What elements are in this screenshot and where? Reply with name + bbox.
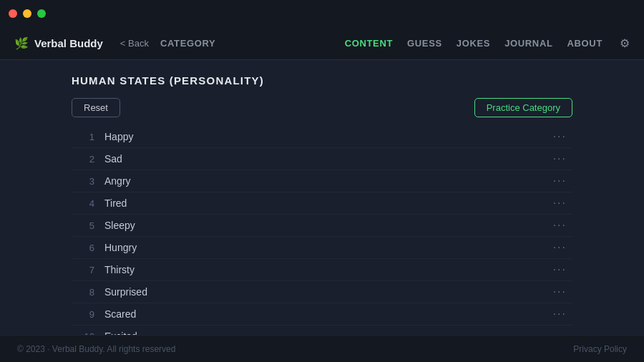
word-row: 5 Sleepy ···: [72, 215, 572, 237]
word-number: 8: [74, 287, 94, 298]
word-row: 2 Sad ···: [72, 148, 572, 170]
word-number: 3: [74, 176, 94, 187]
word-menu-button[interactable]: ···: [550, 263, 570, 276]
maximize-button[interactable]: [37, 9, 46, 18]
word-menu-button[interactable]: ···: [550, 219, 570, 232]
word-row: 6 Hungry ···: [72, 237, 572, 259]
titlebar: [0, 0, 644, 27]
word-text: Sad: [104, 153, 550, 165]
word-menu-button[interactable]: ···: [550, 285, 570, 298]
nav-about[interactable]: ABOUT: [567, 38, 602, 49]
close-button[interactable]: [9, 9, 17, 18]
word-menu-button[interactable]: ···: [550, 241, 570, 254]
word-row: 9 Scared ···: [72, 303, 572, 326]
word-number: 4: [74, 198, 94, 209]
word-text: Thirsty: [104, 264, 550, 275]
word-menu-button[interactable]: ···: [550, 130, 570, 143]
brand-name: Verbal Buddy: [34, 37, 103, 49]
settings-icon[interactable]: ⚙: [620, 36, 630, 50]
reset-button[interactable]: Reset: [72, 98, 120, 117]
privacy-link[interactable]: Privacy Policy: [573, 344, 627, 354]
word-menu-button[interactable]: ···: [550, 175, 570, 187]
word-number: 5: [74, 220, 94, 231]
page-title: HUMAN STATES (PERSONALITY): [72, 74, 572, 87]
word-row: 8 Surprised ···: [72, 281, 572, 303]
content-area: HUMAN STATES (PERSONALITY) Reset Practic…: [0, 60, 644, 362]
word-text: Sleepy: [104, 220, 550, 231]
nav-content[interactable]: CONTENT: [345, 38, 393, 49]
navbar: 🌿 Verbal Buddy < Back CATEGORY CONTENT G…: [0, 27, 644, 60]
word-menu-button[interactable]: ···: [550, 308, 570, 321]
minimize-button[interactable]: [23, 9, 31, 18]
word-row: 3 Angry ···: [72, 170, 572, 192]
category-label: CATEGORY: [160, 38, 215, 49]
word-text: Scared: [104, 308, 550, 320]
brand-icon: 🌿: [14, 36, 29, 50]
word-row: 4 Tired ···: [72, 192, 572, 215]
back-button[interactable]: < Back: [120, 38, 149, 49]
word-row: 7 Thirsty ···: [72, 259, 572, 281]
nav-journal[interactable]: JOURNAL: [504, 38, 552, 49]
nav-jokes[interactable]: JOKES: [457, 38, 490, 49]
word-menu-button[interactable]: ···: [550, 197, 570, 210]
word-number: 9: [74, 309, 94, 320]
word-text: Surprised: [104, 286, 550, 298]
nav-guess[interactable]: GUESS: [407, 38, 442, 49]
word-list: 1 Happy ··· 2 Sad ··· 3 Angry ··· 4 Tire…: [72, 126, 572, 362]
word-menu-button[interactable]: ···: [550, 152, 570, 165]
word-number: 7: [74, 265, 94, 275]
word-text: Happy: [104, 131, 550, 142]
word-row: 1 Happy ···: [72, 126, 572, 148]
brand: 🌿 Verbal Buddy: [14, 36, 103, 50]
word-text: Tired: [104, 197, 550, 209]
word-text: Angry: [104, 175, 550, 187]
word-text: Hungry: [104, 242, 550, 253]
word-number: 1: [74, 132, 94, 142]
footer: © 2023 · Verbal Buddy. All rights reserv…: [0, 335, 644, 362]
nav-links: CONTENT GUESS JOKES JOURNAL ABOUT ⚙: [345, 36, 630, 50]
word-number: 6: [74, 243, 94, 253]
copyright: © 2023 · Verbal Buddy. All rights reserv…: [17, 344, 175, 354]
word-number: 2: [74, 154, 94, 165]
toolbar: Reset Practice Category: [72, 98, 572, 117]
practice-button[interactable]: Practice Category: [474, 98, 572, 117]
